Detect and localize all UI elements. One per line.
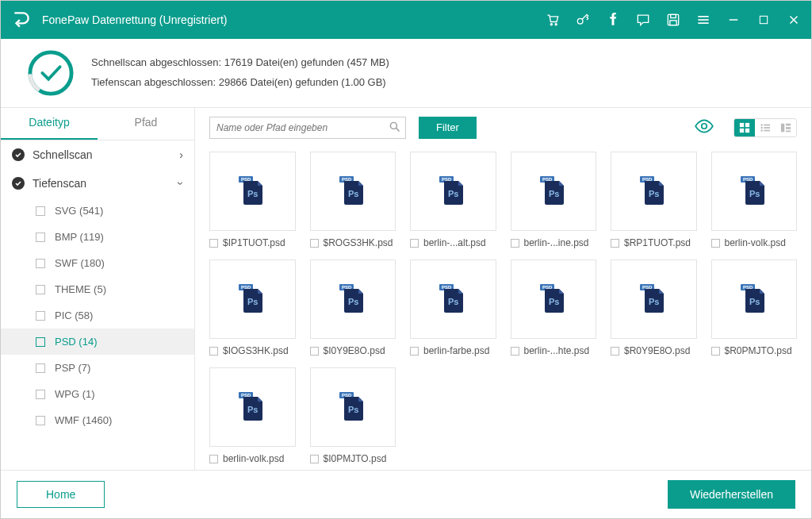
checkbox[interactable] [611,239,619,248]
filetype-label: WMF (1460) [55,414,112,426]
file-name: $IP1TUOT.psd [223,237,285,248]
feedback-icon[interactable] [635,12,651,28]
svg-text:Ps: Ps [348,405,358,414]
checkbox[interactable] [209,455,218,463]
checkbox[interactable] [310,455,319,463]
checkbox[interactable] [36,233,45,242]
checkbox[interactable] [36,206,45,216]
cart-icon[interactable] [545,12,561,28]
file-name: berlin-...alt.psd [423,237,486,248]
file-thumbnail[interactable]: PSDPs$IP1TUOT.psd [209,152,296,248]
detail-view-icon[interactable] [776,119,796,136]
checkbox[interactable] [310,347,319,356]
maximize-icon[interactable] [756,12,772,28]
checkbox[interactable] [209,347,218,356]
svg-text:Ps: Ps [448,297,458,306]
filetype-item[interactable]: BMP (119) [36,224,194,250]
file-thumbnail[interactable]: PSDPs$ROGS3HK.psd [310,152,396,248]
checkbox[interactable] [36,311,45,321]
list-view-icon[interactable] [755,119,776,136]
checkbox[interactable] [410,347,419,356]
svg-point-1 [555,24,557,25]
filetype-item[interactable]: SWF (180) [36,250,194,276]
filetype-label: WPG (1) [55,388,95,400]
checkbox[interactable] [511,239,519,248]
checkbox[interactable] [36,259,45,268]
file-thumbnail[interactable]: PSDPs$I0Y9E8O.psd [310,260,396,356]
file-thumbnail[interactable]: PSDPsberlin-...ine.psd [511,152,597,248]
filetype-item[interactable]: SVG (541) [36,198,194,224]
preview-icon[interactable] [694,116,714,139]
file-thumbnail[interactable]: PSDPs$RP1TUOT.psd [611,152,697,248]
file-name: berlin-...hte.psd [524,345,590,356]
checkbox[interactable] [711,347,720,356]
app-title: FonePaw Datenrettung (Unregistriert) [42,13,545,26]
filetype-label: SWF (180) [55,257,105,269]
file-thumbnail[interactable]: PSDPsberlin-volk.psd [711,152,798,248]
save-icon[interactable] [665,12,681,28]
filetype-item[interactable]: WMF (1460) [36,407,194,433]
svg-point-2 [577,18,583,24]
search-input[interactable] [209,117,406,139]
filetype-label: BMP (119) [55,231,104,243]
close-icon[interactable] [786,12,802,28]
checkbox[interactable] [511,347,519,356]
key-icon[interactable] [575,12,591,28]
chevron-down-icon: › [175,182,188,186]
sidebar-tabs: Dateityp Pfad [1,108,194,140]
file-thumbnail[interactable]: PSDPs$R0Y9E8O.psd [611,260,697,356]
svg-text:Ps: Ps [749,297,760,306]
checkbox[interactable] [36,285,45,294]
tab-filetype[interactable]: Dateityp [1,108,98,140]
file-thumbnail[interactable]: PSDPsberlin-...alt.psd [410,152,496,248]
home-button[interactable]: Home [17,481,105,508]
minimize-icon[interactable] [726,12,741,28]
svg-rect-25 [764,127,770,129]
file-thumbnail[interactable]: PSDPs$I0PMJTO.psd [310,367,396,464]
filetype-item[interactable]: WPG (1) [36,381,194,407]
deepscan-status-text: Tiefenscan abgeschlossen: 29866 Datei(en… [91,73,389,93]
file-thumbnail[interactable]: PSDPsberlin-volk.psd [209,367,296,464]
psd-file-icon: PSDPs [310,260,396,339]
file-name: berlin-volk.psd [223,453,284,464]
filetype-item[interactable]: THEME (5) [36,276,194,302]
checkbox[interactable] [410,239,419,248]
filetype-item[interactable]: PSP (7) [36,355,194,381]
checkbox[interactable] [209,239,218,248]
filetype-label: PSD (14) [55,336,97,348]
quickscan-row[interactable]: Schnellscan › [1,140,194,169]
filetype-item[interactable]: PIC (58) [36,302,194,329]
svg-line-16 [396,128,400,131]
facebook-icon[interactable] [605,12,621,28]
file-thumbnail[interactable]: PSDPsberlin-farbe.psd [410,260,496,356]
grid-view-icon[interactable] [734,119,755,136]
checkbox[interactable] [611,347,619,356]
file-name: $I0Y9E8O.psd [324,345,385,356]
checkbox[interactable] [36,363,45,373]
svg-text:Ps: Ps [549,297,559,306]
file-thumbnail[interactable]: PSDPs$IOGS3HK.psd [209,260,296,356]
svg-text:Ps: Ps [448,189,458,198]
svg-rect-19 [745,122,749,126]
file-grid: PSDPs$IP1TUOT.psdPSDPs$ROGS3HK.psdPSDPsb… [195,147,811,470]
svg-text:Ps: Ps [348,189,358,198]
file-name: $I0PMJTO.psd [324,453,387,464]
checkbox[interactable] [36,337,45,347]
checkbox[interactable] [36,416,45,425]
search-icon[interactable] [389,121,401,136]
recover-button[interactable]: Wiederherstellen [668,480,795,509]
filetype-label: THEME (5) [55,283,106,295]
filter-button[interactable]: Filter [419,117,477,139]
psd-file-icon: PSDPs [209,367,296,447]
menu-icon[interactable] [695,12,711,28]
deepscan-row[interactable]: Tiefenscan › [1,169,194,198]
file-thumbnail[interactable]: PSDPs$R0PMJTO.psd [711,260,798,356]
filetype-item[interactable]: PSD (14) [1,329,194,355]
deepscan-label: Tiefenscan [33,177,179,190]
file-thumbnail[interactable]: PSDPsberlin-...hte.psd [511,260,597,356]
checkbox[interactable] [310,239,319,248]
checkbox[interactable] [711,239,720,248]
checkbox[interactable] [36,390,45,399]
tab-path[interactable]: Pfad [98,108,194,140]
psd-file-icon: PSDPs [310,152,396,231]
